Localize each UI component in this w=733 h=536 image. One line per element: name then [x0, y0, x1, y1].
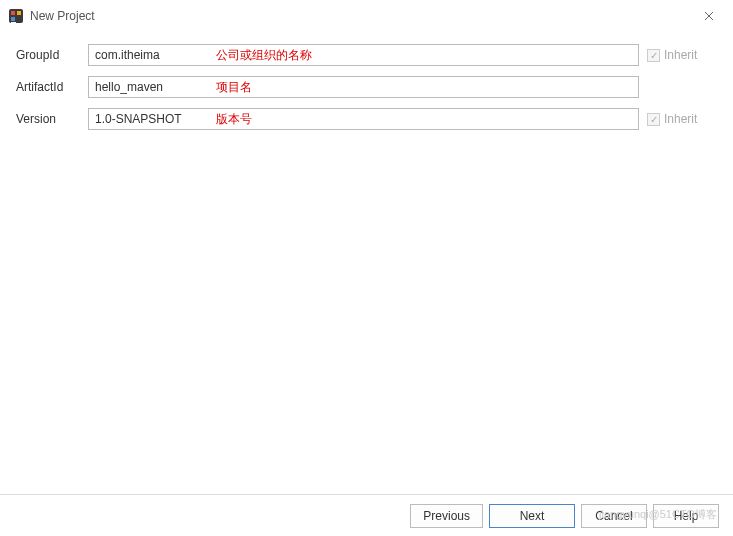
label-groupid: GroupId — [16, 48, 80, 62]
bottom-bar: Previous Next Cancel Help — [0, 494, 733, 536]
svg-rect-1 — [11, 11, 15, 15]
inherit-version[interactable]: ✓ Inherit — [647, 112, 717, 126]
checkbox-icon: ✓ — [647, 113, 660, 126]
checkbox-icon: ✓ — [647, 49, 660, 62]
titlebar: New Project — [0, 0, 733, 32]
row-version: Version 版本号 ✓ Inherit — [16, 108, 717, 130]
row-artifactid: ArtifactId 项目名 ✓x — [16, 76, 717, 98]
svg-rect-4 — [11, 22, 16, 23]
svg-rect-3 — [11, 17, 15, 21]
close-button[interactable] — [693, 0, 725, 32]
form-content: GroupId 公司或组织的名称 ✓ Inherit ArtifactId 项目… — [0, 32, 733, 152]
input-version[interactable] — [88, 108, 639, 130]
label-version: Version — [16, 112, 80, 126]
intellij-icon — [8, 8, 24, 24]
help-button[interactable]: Help — [653, 504, 719, 528]
previous-button[interactable]: Previous — [410, 504, 483, 528]
inherit-groupid[interactable]: ✓ Inherit — [647, 48, 717, 62]
inherit-label: Inherit — [664, 112, 697, 126]
next-button[interactable]: Next — [489, 504, 575, 528]
row-groupid: GroupId 公司或组织的名称 ✓ Inherit — [16, 44, 717, 66]
field-wrap-groupid: 公司或组织的名称 — [88, 44, 639, 66]
cancel-button[interactable]: Cancel — [581, 504, 647, 528]
field-wrap-version: 版本号 — [88, 108, 639, 130]
label-artifactid: ArtifactId — [16, 80, 80, 94]
inherit-label: Inherit — [664, 48, 697, 62]
window-title: New Project — [30, 9, 95, 23]
svg-rect-2 — [17, 11, 21, 15]
input-groupid[interactable] — [88, 44, 639, 66]
field-wrap-artifactid: 项目名 — [88, 76, 639, 98]
input-artifactid[interactable] — [88, 76, 639, 98]
